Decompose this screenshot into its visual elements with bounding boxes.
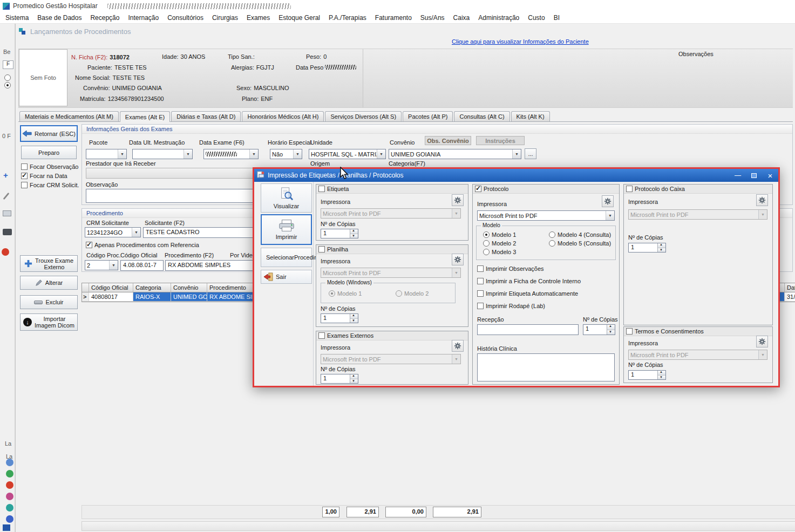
visualizar-button[interactable]: Visualizar	[261, 183, 312, 213]
focar-na-data-checkbox[interactable]: Focar na Data	[21, 173, 67, 179]
printer-settings-button[interactable]	[452, 194, 464, 206]
grid-header-data[interactable]: Data	[785, 283, 795, 292]
imprimir-button[interactable]: Imprimir	[261, 214, 312, 245]
apenas-referencia-checkbox[interactable]: Apenas Procedimentos com Referencia	[86, 242, 199, 248]
cell-categoria[interactable]: RAIOS-X	[133, 292, 171, 302]
preparo-button[interactable]: Preparo	[21, 146, 77, 159]
trouxe-exame-externo-button[interactable]: Trouxe ExameExterno	[20, 255, 78, 272]
spin-up-icon[interactable]	[350, 374, 358, 379]
menu-item-exames[interactable]: Exames	[242, 12, 274, 23]
tab-consultas[interactable]: Consultas (Alt C)	[454, 111, 509, 121]
protocolo-caixa-checkbox[interactable]: Protocolo do Caixa	[626, 186, 685, 192]
planilha-modelo2-radio[interactable]: Modelo 2	[396, 290, 429, 297]
maximize-button[interactable]	[746, 169, 762, 182]
menu-item-sistema[interactable]: Sistema	[1, 12, 33, 23]
grid-header-convenio[interactable]: Convênio	[171, 283, 207, 292]
termos-copies-spinner[interactable]: 1	[628, 370, 666, 380]
menu-item-recepcao[interactable]: Recepção	[86, 12, 124, 23]
fragment-radio[interactable]	[4, 74, 11, 81]
blue-icon[interactable]	[6, 515, 13, 523]
menu-item-cirurgias[interactable]: Cirurgias	[208, 12, 242, 23]
etiqueta-copies-spinner[interactable]: 1	[321, 229, 358, 238]
tab-diarias[interactable]: Diárias e Taxas (Alt D)	[171, 111, 241, 121]
cell-codigo[interactable]: 40808017	[89, 292, 133, 302]
printer-settings-button[interactable]	[602, 195, 614, 207]
excluir-button[interactable]: Excluir	[20, 295, 78, 309]
dialog-titlebar[interactable]: Impressão de Etiquetas / Planilhas / Pro…	[254, 169, 778, 182]
etiqueta-checkbox[interactable]: Etiqueta	[318, 186, 349, 192]
etiqueta-printer-select[interactable]: Microsoft Print to PDF	[321, 208, 461, 219]
imprimir-ficha-checkbox[interactable]: Imprimir a Ficha de Controle Interno	[477, 278, 581, 284]
termos-printer-select[interactable]: Microsoft Print to PDF	[628, 350, 767, 360]
tab-materiais[interactable]: Materiais e Medicamentos (Alt M)	[19, 111, 119, 121]
importar-dicom-button[interactable]: ↓ ImportarImagem Dicom	[20, 313, 78, 331]
protocolo-modelo1-radio[interactable]: Modelo 1	[483, 231, 516, 238]
exames-externos-printer-select[interactable]: Microsoft Print to PDF	[321, 354, 461, 364]
spin-up-icon[interactable]	[658, 371, 665, 376]
imprimir-observacoes-checkbox[interactable]: Imprimir Observações	[477, 265, 544, 272]
convenio-select[interactable]: UNIMED GOIANIA	[389, 149, 521, 159]
close-button[interactable]: ×	[762, 169, 778, 182]
protocolo-modelo3-radio[interactable]: Modelo 3	[483, 249, 516, 255]
planilha-copies-spinner[interactable]: 1	[321, 313, 358, 323]
tab-exames[interactable]: Exames (Alt E)	[120, 111, 170, 122]
imprimir-rodape-checkbox[interactable]: Imprimir Rodapé (Lab)	[477, 303, 545, 309]
menu-item-administracao[interactable]: Administração	[474, 12, 524, 23]
solicitante-field[interactable]: TESTE CADASTRO	[143, 227, 253, 238]
data-exame-select[interactable]	[203, 149, 259, 159]
green-icon[interactable]	[6, 470, 13, 478]
pacote-select[interactable]	[86, 149, 127, 159]
protocolo-checkbox[interactable]: Protocolo	[475, 186, 508, 192]
tab-kits[interactable]: Kits (Alt K)	[511, 111, 550, 121]
historia-clinica-textarea[interactable]	[477, 353, 615, 381]
spin-up-icon[interactable]	[350, 229, 358, 234]
grid-header-codigo[interactable]: Código Oficial	[89, 283, 133, 292]
convenio-more-button[interactable]: ...	[525, 148, 536, 159]
focar-crm-checkbox[interactable]: Focar CRM Solicit.	[21, 182, 79, 188]
codigo-proc-select[interactable]: 2	[85, 260, 118, 270]
alterar-button[interactable]: Alterar	[20, 276, 78, 290]
unidade-select[interactable]: HOSPITAL SQL - MATRIZ	[309, 149, 386, 159]
spin-down-icon[interactable]	[350, 379, 358, 384]
spin-down-icon[interactable]	[350, 319, 358, 323]
printer-settings-button[interactable]	[452, 340, 464, 352]
exames-externos-checkbox[interactable]: Exames Externos	[318, 332, 373, 339]
recepcao-field[interactable]	[477, 324, 579, 335]
tab-honorarios[interactable]: Honorários Médicos (Alt H)	[242, 111, 324, 121]
spin-down-icon[interactable]	[607, 330, 615, 335]
cell-data[interactable]: 31/0	[785, 292, 795, 302]
person-icon[interactable]	[6, 459, 13, 466]
tab-servicos[interactable]: Serviços Diversos (Alt S)	[325, 111, 402, 121]
planilha-modelo1-radio[interactable]: Modelo 1	[329, 290, 362, 297]
tab-pacotes[interactable]: Pacotes (Alt P)	[403, 111, 453, 121]
protocolo-copies-spinner[interactable]: 1	[583, 324, 615, 335]
crm-select[interactable]: 12341234GO	[85, 227, 141, 237]
printer-settings-button[interactable]	[756, 194, 768, 206]
spin-down-icon[interactable]	[350, 234, 358, 238]
focar-observacao-checkbox[interactable]: Focar Observação	[21, 163, 78, 170]
selecionar-procedimentos-button[interactable]: ? SelecionarProcedimentos	[261, 248, 312, 267]
protocolo-caixa-printer-select[interactable]: Microsoft Print to PDF	[628, 209, 767, 220]
spin-up-icon[interactable]	[350, 314, 358, 319]
exames-externos-copies-spinner[interactable]: 1	[321, 374, 358, 384]
cell-convenio[interactable]: UNIMED GOIANIA	[171, 292, 207, 302]
menu-item-pa-terapias[interactable]: P.A./Terapias	[324, 12, 371, 23]
procedimento-field[interactable]: RX ABDOME SIMPLES	[165, 260, 253, 271]
obs-convenio-button[interactable]: Obs. Convênio	[425, 136, 471, 145]
data-ult-select[interactable]	[132, 149, 193, 159]
menu-item-internacao[interactable]: Internação	[124, 12, 163, 23]
menu-item-custo[interactable]: Custo	[524, 12, 549, 23]
planilha-checkbox[interactable]: Planilha	[318, 246, 348, 253]
teal-icon[interactable]	[6, 504, 13, 511]
instrucoes-button[interactable]: Instruções	[476, 136, 525, 145]
protocolo-modelo5-radio[interactable]: Modelo 5 (Consulta)	[549, 240, 611, 247]
spin-down-icon[interactable]	[658, 248, 665, 253]
red-cross-icon[interactable]	[6, 481, 13, 489]
grid-header-categoria[interactable]: Categoria	[133, 283, 171, 292]
printer-settings-button[interactable]	[756, 336, 768, 347]
menu-item-estoque-geral[interactable]: Estoque Geral	[274, 12, 324, 23]
pink-icon[interactable]	[6, 493, 13, 500]
protocolo-modelo4-radio[interactable]: Modelo 4 (Consulta)	[549, 231, 611, 238]
spin-down-icon[interactable]	[658, 376, 665, 380]
codigo-oficial-field[interactable]: 4.08.08.01-7	[120, 260, 164, 271]
